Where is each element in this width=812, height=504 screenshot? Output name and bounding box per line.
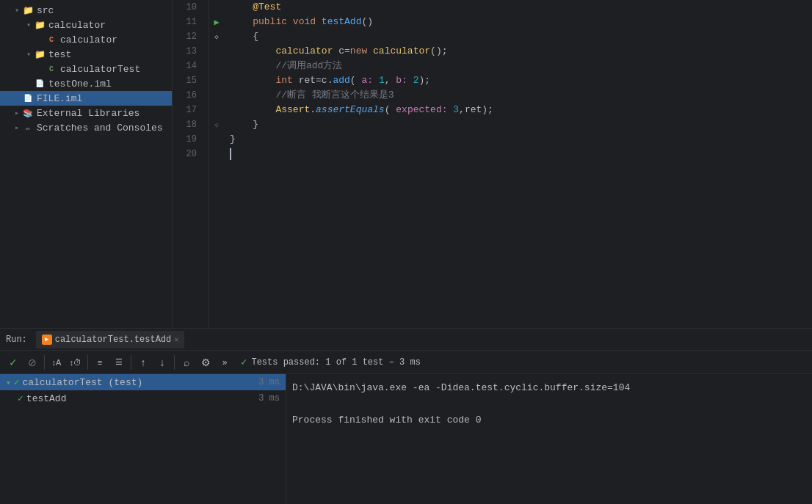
- sidebar-item-external-libraries[interactable]: ▸ 📚 External Libraries: [0, 106, 172, 120]
- paren-11: (): [361, 15, 373, 29]
- run-tab-calculatortest[interactable]: ▶ calculatorTest.testAdd ✕: [36, 331, 184, 348]
- toolbar-sort-alpha-btn[interactable]: ↕A: [48, 354, 65, 371]
- toolbar-down-btn[interactable]: ↓: [153, 354, 171, 371]
- gutter-11[interactable]: ▶: [209, 15, 224, 29]
- sidebar-item-testone-iml[interactable]: ▸ 📄 testOne.iml: [0, 76, 172, 91]
- toolbar-find-btn[interactable]: ⌕: [178, 354, 195, 371]
- sidebar-label-calculator-java: calculator: [60, 34, 117, 45]
- test-item-testadd[interactable]: ✓ testAdd 3 ms: [0, 390, 286, 406]
- sidebar-item-calculatortest[interactable]: ▸ C calculatorTest: [0, 62, 172, 76]
- class-calculator-2: calculator: [373, 44, 430, 59]
- toolbar-settings-btn[interactable]: ⚙: [197, 354, 214, 371]
- gutter-13: [209, 44, 224, 59]
- gutter-15: [209, 73, 224, 88]
- line-num-10: 10: [173, 0, 203, 15]
- code-15-end: );: [419, 73, 431, 88]
- line-num-20: 20: [173, 147, 203, 161]
- test-tree: ▾ ✓ calculatorTest (test) 3 ms ✓ testAdd…: [0, 374, 286, 504]
- run-tab-icon: ▶: [42, 335, 52, 345]
- test-item-calculatortest[interactable]: ▾ ✓ calculatorTest (test) 3 ms: [0, 374, 286, 390]
- run-icon-11[interactable]: ▶: [214, 17, 219, 28]
- kw-public-11: public: [230, 15, 293, 29]
- check-icon-testadd: ✓: [18, 392, 23, 404]
- num-2: 2: [413, 73, 419, 88]
- toolbar-check-btn[interactable]: ✓: [4, 354, 22, 371]
- gutter-14: [209, 59, 224, 73]
- line-num-17: 17: [173, 103, 203, 117]
- code-line-20: [230, 147, 812, 161]
- line-num-15: 15: [173, 73, 203, 88]
- tree-arrow-test: ▾: [23, 49, 34, 59]
- annotation-test: @Test: [230, 0, 281, 15]
- sidebar-item-calculator-folder[interactable]: ▾ 📁 calculator: [0, 18, 172, 32]
- num-3: 3: [453, 103, 459, 117]
- console-line-1: D:\JAVA\bin\java.exe -ea -Didea.test.cyc…: [292, 380, 806, 396]
- class-assert: Assert: [275, 103, 310, 117]
- editor-area: 10 11 12 13 14 15 16 17 18 19 20 ▶ ◇: [173, 0, 812, 328]
- sidebar-label-scratches: Scratches and Consoles: [37, 123, 163, 134]
- run-tab-close-btn[interactable]: ✕: [174, 335, 178, 344]
- check-icon-calculatortest: ✓: [14, 376, 20, 388]
- java-test-icon-calculatortest: C: [46, 63, 57, 75]
- code-17-dot: .: [310, 103, 316, 117]
- fold-icon-18[interactable]: ◇: [214, 121, 218, 129]
- toolbar-stop-btn[interactable]: ⊘: [23, 354, 41, 371]
- sidebar-label-external-libraries: External Libraries: [37, 108, 139, 119]
- folder-icon-calculator: 📁: [34, 19, 46, 31]
- folder-icon-test: 📁: [34, 48, 46, 60]
- code-line-16: //断言 我断言这个结果是3: [230, 88, 812, 103]
- sidebar-item-src[interactable]: ▾ 📁 src: [0, 3, 172, 18]
- test-label-testadd: testAdd: [26, 393, 67, 404]
- gutter-12: ◇: [209, 29, 224, 44]
- line-num-13: 13: [173, 44, 203, 59]
- test-time-calculatortest: 3 ms: [258, 377, 280, 387]
- sidebar-item-calculator-java[interactable]: ▸ C calculator: [0, 32, 172, 47]
- code-13-c: c=: [333, 44, 349, 59]
- run-label: Run:: [6, 335, 33, 345]
- line-num-12: 12: [173, 29, 203, 44]
- line-num-18: 18: [173, 117, 203, 132]
- code-13-end: ();: [430, 44, 447, 59]
- gutter-20: [209, 147, 224, 161]
- code-13-indent: [230, 44, 275, 59]
- comment-16: //断言 我断言这个结果是3: [230, 88, 394, 103]
- brace-close-19: }: [230, 132, 236, 147]
- scratch-icon: ✏: [22, 122, 34, 134]
- ext-libs-icon: 📚: [22, 107, 34, 119]
- toolbar-sep-3: [131, 355, 131, 370]
- code-container: 10 11 12 13 14 15 16 17 18 19 20 ▶ ◇: [173, 0, 812, 328]
- brace-open-12: {: [230, 29, 258, 44]
- code-line-11: public void testAdd(): [230, 15, 812, 29]
- line-num-11: 11: [173, 15, 203, 29]
- kw-new: new: [350, 44, 373, 59]
- line-num-16: 16: [173, 88, 203, 103]
- toolbar-sort-dur-btn[interactable]: ↕⏱: [67, 354, 84, 371]
- toolbar-up-btn[interactable]: ↑: [134, 354, 152, 371]
- sidebar-item-scratches[interactable]: ▸ ✏ Scratches and Consoles: [0, 120, 172, 135]
- gutter-area: ▶ ◇ ◇: [209, 0, 224, 328]
- test-label-calculatortest: calculatorTest (test): [22, 377, 142, 388]
- code-17-rest: ,ret);: [459, 103, 493, 117]
- sidebar-item-test-folder[interactable]: ▾ 📁 test: [0, 47, 172, 62]
- run-toolbar: ✓ ⊘ ↕A ↕⏱ ≡ ☰ ↑ ↓ ⌕ ⚙ » ✓ Tests passed: …: [0, 351, 812, 374]
- status-text: ✓ Tests passed: 1 of 1 test – 3 ms: [241, 356, 421, 368]
- sidebar-label-src: src: [37, 5, 54, 16]
- code-content[interactable]: @Test public void testAdd() { calculator…: [224, 0, 812, 328]
- iml-icon-testone: 📄: [34, 78, 46, 90]
- code-17-p1: (: [385, 103, 396, 117]
- cursor-20: [230, 148, 231, 160]
- sidebar-item-file-iml[interactable]: ▸ 📄 FILE.iml: [0, 91, 172, 106]
- toolbar-collapse-btn[interactable]: ☰: [110, 354, 128, 371]
- sidebar-label-testone-iml: testOne.iml: [48, 78, 112, 90]
- brace-close-18: }: [230, 117, 258, 132]
- toolbar-more-btn[interactable]: »: [216, 354, 233, 371]
- status-check-icon: ✓: [241, 356, 247, 368]
- kw-int: int: [275, 73, 298, 88]
- line-num-19: 19: [173, 132, 203, 147]
- sidebar-label-test-folder: test: [48, 49, 71, 60]
- toolbar-sep-2: [87, 355, 88, 370]
- toolbar-expand-btn[interactable]: ≡: [91, 354, 109, 371]
- gutter-18: ◇: [209, 117, 224, 132]
- main-area: ▾ 📁 src ▾ 📁 calculator ▸ C calculator ▾ …: [0, 0, 812, 328]
- gutter-10: [209, 0, 224, 15]
